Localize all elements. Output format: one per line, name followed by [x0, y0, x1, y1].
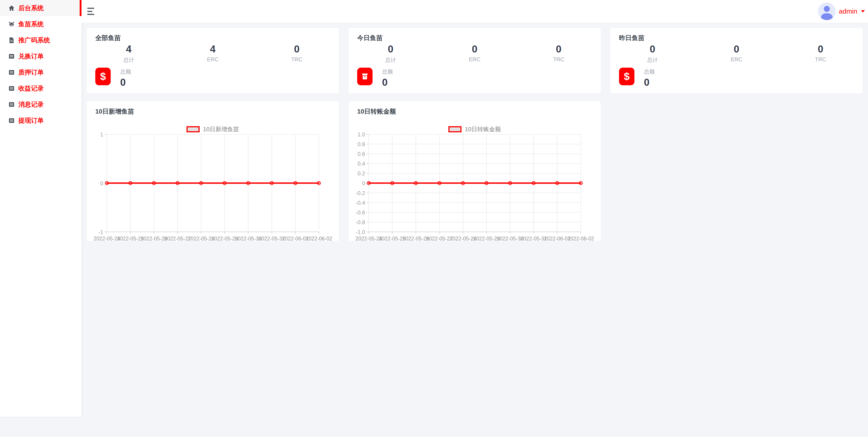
svg-text:-0.2: -0.2 — [356, 190, 365, 196]
stat-label: ERC — [694, 56, 778, 63]
sidebar-item-earnings-records[interactable]: 收益记录 — [0, 80, 82, 96]
caret-down-icon — [861, 9, 865, 13]
svg-text:0: 0 — [362, 180, 365, 187]
cow-icon — [8, 21, 15, 28]
chart-card-transfer-amount: 10日转账金额 10日转账金额 1.00.80.60.40.20-0.2-0.4… — [348, 101, 601, 241]
stats-row: 0 总计 0 ERC 0 TRC — [348, 44, 601, 64]
card-title: 全部鱼苗 — [95, 34, 121, 42]
sidebar-item-promo-code-system[interactable]: 推广码系统 — [0, 32, 82, 48]
sidebar-item-fry-system[interactable]: 鱼苗系统 — [0, 16, 82, 32]
svg-text:2022-05-24: 2022-05-24 — [355, 236, 382, 241]
chart-cards-row: 10日新增鱼苗 10日新增鱼苗 10-12022-05-242022-05-25… — [87, 101, 863, 241]
form-icon — [8, 53, 15, 60]
user-dropdown[interactable]: admin — [818, 0, 865, 23]
sidebar-item-label: 兑换订单 — [18, 52, 44, 61]
amount-row: $ 总额 0 — [95, 68, 131, 88]
file-icon — [8, 37, 15, 44]
hamburger-icon — [87, 8, 94, 9]
active-indicator-bar — [80, 0, 82, 16]
stat-label: 总计 — [348, 56, 433, 64]
svg-text:-0.6: -0.6 — [356, 209, 365, 215]
svg-text:2022-05-25: 2022-05-25 — [379, 236, 406, 241]
stat-value: 0 — [348, 44, 433, 55]
amount-value: 0 — [382, 77, 393, 88]
y-axis-labels: 10-1 — [98, 131, 103, 235]
amount-row: $ 总额 0 — [619, 68, 655, 88]
dollar-icon: $ — [619, 68, 634, 85]
svg-text:-1: -1 — [98, 229, 103, 235]
form-icon — [8, 101, 15, 108]
svg-text:1.0: 1.0 — [358, 131, 365, 137]
amount-info: 总额 0 — [120, 68, 131, 88]
avatar-person-icon — [818, 2, 836, 20]
dollar-icon: $ — [95, 68, 111, 85]
sidebar-item-label: 消息记录 — [18, 100, 44, 109]
sidebar-item-dashboard[interactable]: 后台系统 — [0, 0, 82, 16]
card-title: 昨日鱼苗 — [619, 34, 644, 42]
home-icon — [8, 4, 15, 12]
svg-text:-0.8: -0.8 — [356, 219, 365, 225]
stat-value: 0 — [779, 44, 863, 55]
axis-ticks — [366, 134, 581, 234]
svg-text:2022-05-31: 2022-05-31 — [520, 236, 547, 241]
svg-text:-1.0: -1.0 — [356, 229, 365, 235]
stat-label: 总计 — [611, 56, 694, 64]
svg-text:2022-05-26: 2022-05-26 — [402, 236, 429, 241]
svg-text:0.6: 0.6 — [358, 151, 365, 157]
sidebar-item-exchange-orders[interactable]: 兑换订单 — [0, 48, 82, 64]
svg-text:2022-05-29: 2022-05-29 — [473, 236, 500, 241]
amount-info: 总额 0 — [644, 68, 655, 88]
stat-label: ERC — [170, 56, 255, 63]
axis-ticks — [104, 134, 319, 234]
sidebar-item-label: 鱼苗系统 — [18, 20, 44, 29]
svg-text:2022-05-24: 2022-05-24 — [93, 236, 120, 241]
amount-info: 总额 0 — [382, 68, 393, 88]
x-axis-labels: 2022-05-242022-05-252022-05-262022-05-27… — [93, 236, 332, 241]
stat-trc: 0 TRC — [255, 44, 339, 64]
top-header: admin — [82, 0, 868, 23]
svg-text:2022-06-02: 2022-06-02 — [306, 236, 332, 241]
stat-label: TRC — [255, 56, 339, 63]
svg-text:2022-05-31: 2022-05-31 — [258, 236, 285, 241]
amount-label: 总额 — [382, 68, 393, 75]
svg-text:2022-05-27: 2022-05-27 — [426, 236, 453, 241]
svg-text:0.4: 0.4 — [358, 161, 365, 167]
svg-text:2022-05-28: 2022-05-28 — [450, 236, 476, 241]
username-label: admin — [839, 7, 857, 15]
stats-row: 0 总计 0 ERC 0 TRC — [611, 44, 863, 64]
stat-erc: 0 ERC — [694, 44, 778, 64]
stat-value: 4 — [170, 44, 255, 55]
main-content: 全部鱼苗 4 总计 4 ERC 0 TRC — [82, 23, 868, 437]
stat-value: 0 — [255, 44, 339, 55]
amount-value: 0 — [644, 77, 655, 88]
svg-text:2022-05-29: 2022-05-29 — [211, 236, 238, 241]
stat-trc: 0 TRC — [517, 44, 601, 64]
stat-card-all-fry: 全部鱼苗 4 总计 4 ERC 0 TRC — [87, 28, 339, 93]
svg-text:2022-06-01: 2022-06-01 — [282, 236, 309, 241]
amount-label: 总额 — [644, 68, 655, 75]
sidebar-item-label: 后台系统 — [18, 4, 44, 12]
stat-label: TRC — [517, 56, 601, 63]
stats-row: 4 总计 4 ERC 0 TRC — [87, 44, 339, 64]
dollar-glyph: $ — [624, 71, 630, 82]
stat-erc: 0 ERC — [433, 44, 517, 64]
avatar — [818, 2, 836, 20]
line-chart-transfer-amount: 1.00.80.60.40.20-0.2-0.4-0.6-0.8-1.02022… — [348, 101, 601, 241]
amount-value: 0 — [120, 77, 131, 88]
sidebar-item-label: 推广码系统 — [18, 36, 50, 44]
stat-trc: 0 TRC — [779, 44, 863, 64]
stat-value: 0 — [517, 44, 601, 55]
stat-value: 0 — [694, 44, 778, 55]
archive-icon — [357, 68, 373, 85]
hamburger-icon — [87, 11, 92, 12]
amount-label: 总额 — [120, 68, 131, 75]
sidebar-item-withdraw-orders[interactable]: 提现订单 — [0, 112, 82, 129]
stat-label: TRC — [779, 56, 863, 63]
hamburger-icon — [87, 14, 94, 15]
sidebar-item-message-records[interactable]: 消息记录 — [0, 96, 82, 112]
hamburger-menu-button[interactable] — [87, 8, 95, 15]
sidebar-item-pledge-orders[interactable]: 质押订单 — [0, 64, 82, 80]
svg-text:2022-05-27: 2022-05-27 — [164, 236, 191, 241]
stat-label: ERC — [433, 56, 517, 63]
sidebar-menu: 后台系统 — [0, 0, 82, 129]
